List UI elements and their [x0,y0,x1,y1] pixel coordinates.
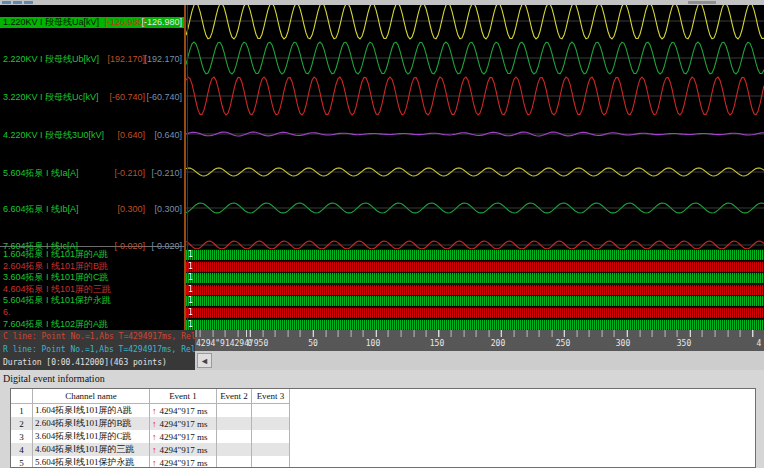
table-row[interactable]: 33.604拓泉Ⅰ线101屏的C跳↑4294"917 ms [11,430,290,443]
digital-trace-2: 1 [186,261,764,272]
channel-value-1: [-126.980] [104,17,145,28]
channel-value-1: [-0.210] [114,168,145,179]
time-axis-label: 250 [556,339,570,348]
table-header [11,389,33,404]
waveform-plot-area[interactable]: 1111111 [186,5,764,330]
scroll-left-button[interactable]: ◄ [197,353,212,368]
time-axis-ticks [195,330,764,337]
channel-value-2: [-60.740] [146,92,182,103]
event-table-panel: Channel nameEvent 1Event 2Event 311.604拓… [10,388,756,468]
digital-state-value: 1 [188,320,193,330]
row-number: 3 [11,430,33,443]
channel-value-2: [192.170] [144,54,182,65]
event-channel-name: 3.604拓泉Ⅰ线101屏的C跳 [33,430,150,443]
r-line-status: R line: Point No.=1,Abs T=4294917ms, Rel… [3,345,195,354]
time-axis-label: 4 [757,339,762,348]
digital-trace-4: 1 [186,284,764,295]
event2-time [217,430,252,443]
event1-time: ↑4294"917 ms [150,456,217,468]
horizontal-scrollbar-thumb[interactable] [688,1,716,4]
rising-edge-icon: ↑ [152,445,157,455]
event2-time [217,456,252,468]
channel-value-2: [0.300] [154,204,182,215]
analog-channel-label-5[interactable]: 5.604拓泉 I 线Ia[A][-0.210][-0.210] [0,168,184,179]
digital-trace-1: 1 [186,249,764,260]
waveform-trace-1 [186,5,764,39]
channel-name: 4.220KV I 段母线3U0[kV] [3,130,104,141]
duration-status: Duration [0:00.412000](463 points) [3,358,167,367]
channel-value-2: [-126.980] [141,17,182,28]
c-line-status: C line: Point No.=1,Abs T=4294917ms, Rel… [3,332,195,341]
cursor-line[interactable] [187,5,188,330]
rising-edge-icon: ↑ [152,406,157,416]
digital-trace-6: 1 [186,307,764,318]
table-header: Event 2 [217,389,252,404]
table-header: Channel name [33,389,150,404]
digital-channel-label-7[interactable]: 7.604拓泉 I 线102屏的A跳 [0,319,184,330]
analog-channel-label-2[interactable]: 2.220KV I 段母线Ub[kV][192.170][192.170] [0,54,184,65]
channel-label-panel: 1.220KV I 段母线Ua[kV][-126.980][-126.980]2… [0,5,186,330]
event2-time [217,443,252,456]
digital-event-section: Digital event information Channel nameEv… [0,370,764,468]
analog-channel-label-3[interactable]: 3.220KV I 段母线Uc[kV][-60.740][-60.740] [0,92,184,103]
channel-value-2: [-0.210] [151,168,182,179]
time-axis-label: 150 [430,339,444,348]
toolbar-button-icon[interactable] [24,1,33,4]
time-axis-label: 300 [616,339,630,348]
cursor-status-panel: C line: Point No.=1,Abs T=4294917ms, Rel… [0,330,195,370]
channel-name: 3.220KV I 段母线Uc[kV] [3,92,99,103]
row-number: 1 [11,404,33,418]
channel-value-1: [-60.740] [109,92,145,103]
event2-time [217,417,252,430]
event3-time [252,456,290,468]
time-axis-label: 4294"914294"950 [196,339,268,348]
analog-channel-label-1[interactable]: 1.220KV I 段母线Ua[kV][-126.980][-126.980] [0,17,184,28]
row-number: 4 [11,443,33,456]
channel-name: 5.604拓泉 I 线Ia[A] [3,168,79,179]
channel-name: 1.220KV I 段母线Ua[kV] [3,17,99,28]
digital-channel-label-4[interactable]: 4.604拓泉 I 线101屏的三跳 [0,284,184,295]
toolbar-button-icon[interactable] [2,1,11,4]
digital-state-value: 1 [188,262,193,272]
waveform-analyzer-window: 1.220KV I 段母线Ua[kV][-126.980][-126.980]2… [0,0,764,468]
table-row[interactable]: 11.604拓泉Ⅰ线101屏的A跳↑4294"917 ms [11,404,290,418]
channel-value-1: [0.300] [117,204,145,215]
event1-time: ↑4294"917 ms [150,417,217,430]
waveform-viewer: 1.220KV I 段母线Ua[kV][-126.980][-126.980]2… [0,5,764,330]
time-axis-label: 100 [366,339,380,348]
event1-time: ↑4294"917 ms [150,404,217,418]
digital-trace-3: 1 [186,272,764,283]
section-title: Digital event information [3,373,105,384]
event1-time: ↑4294"917 ms [150,430,217,443]
channel-value-1: [192.170] [107,54,145,65]
event1-time: ↑4294"917 ms [150,443,217,456]
event2-time [217,404,252,418]
digital-channel-label-1[interactable]: 1.604拓泉 I 线101屏的A跳 [0,249,184,260]
event-channel-name: 5.604拓泉Ⅰ线101保护永跳 [33,456,150,468]
time-axis-label: 350 [677,339,691,348]
digital-channel-label-6[interactable]: 6. [0,307,184,318]
channel-name: 6.604拓泉 I 线Ib[A] [3,204,79,215]
time-axis-label: 0 [248,339,253,348]
channel-value-2: [0.640] [154,130,182,141]
channel-name: 2.220KV I 段母线Ub[kV] [3,54,99,65]
rising-edge-icon: ↑ [152,458,157,468]
digital-channel-label-2[interactable]: 2.604拓泉 I 线101屏的B跳 [0,261,184,272]
analog-channel-label-6[interactable]: 6.604拓泉 I 线Ib[A][0.300][0.300] [0,204,184,215]
digital-channel-label-3[interactable]: 3.604拓泉 I 线101屏的C跳 [0,272,184,283]
table-header: Event 3 [252,389,290,404]
table-row[interactable]: 22.604拓泉Ⅰ线101屏的B跳↑4294"917 ms [11,417,290,430]
row-number: 2 [11,417,33,430]
digital-trace-5: 1 [186,295,764,306]
digital-trace-7: 1 [186,319,764,330]
time-axis: 4294"914294"9500501001502002503003504 [195,330,764,351]
analog-channel-label-4[interactable]: 4.220KV I 段母线3U0[kV][0.640][0.640] [0,130,184,141]
horizontal-scrollbar[interactable]: ◄ [195,351,764,370]
event3-time [252,430,290,443]
event3-time [252,404,290,418]
table-row[interactable]: 44.604拓泉Ⅰ线101屏的三跳↑4294"917 ms [11,443,290,456]
digital-channel-label-5[interactable]: 5.604拓泉 I 线101保护永跳 [0,295,184,306]
table-row[interactable]: 55.604拓泉Ⅰ线101保护永跳↑4294"917 ms [11,456,290,468]
toolbar-button-icon[interactable] [13,1,22,4]
event-channel-name: 1.604拓泉Ⅰ线101屏的A跳 [33,404,150,418]
